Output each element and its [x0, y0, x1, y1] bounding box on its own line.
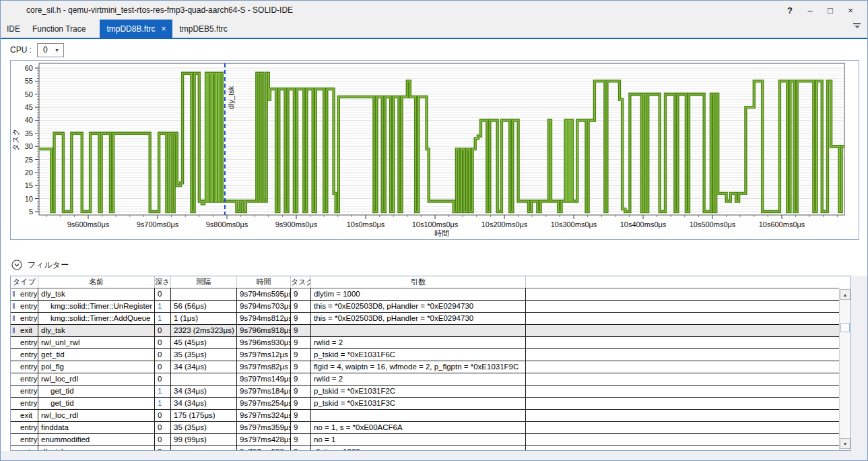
cell-name: enummodified — [38, 434, 155, 445]
column-header-time[interactable]: 時間 — [237, 276, 291, 288]
cell-name: dly_tsk — [38, 325, 155, 336]
menu-bar: IDE Function Trace tmpDD8B.ftrc × tmpDEB… — [1, 20, 867, 38]
app-window: core_sil.h - qemu-virtmini_test-rtos-res… — [0, 0, 868, 461]
table-row[interactable]: ‖exitdly_tsk02323 (2ms323μs)9s796ms918μs… — [11, 325, 839, 337]
cell-time: 9s794ms703μs — [237, 301, 291, 312]
close-button[interactable]: × — [840, 5, 861, 16]
cell-filler — [526, 386, 839, 397]
table-grid: タイプ名前深さ間隔時間タスク引数 ‖entrydly_tsk09s794ms59… — [11, 276, 839, 450]
cell-depth: 1 — [155, 386, 171, 397]
cell-type: entry — [11, 434, 38, 445]
column-header-type[interactable]: タイプ — [11, 276, 38, 288]
event-marker-icon: ‖ — [12, 301, 15, 312]
cell-type: entry — [11, 386, 38, 397]
column-header-args[interactable]: 引数 — [311, 276, 526, 288]
table-body: ‖entrydly_tsk09s794ms595μs9dlytim = 1000… — [11, 288, 839, 450]
cell-task: 9 — [291, 337, 311, 348]
svg-text:40: 40 — [25, 116, 33, 124]
cell-task: 9 — [291, 349, 311, 361]
cell-filler — [526, 361, 839, 373]
svg-text:9s900ms0μs: 9s900ms0μs — [275, 220, 318, 228]
table-row[interactable]: entryrwl_unl_rwl045 (45μs)9s796ms930μs9r… — [11, 337, 839, 349]
trace-chart-panel[interactable]: 510152025303540455055609s600ms0μs9s700ms… — [10, 60, 859, 240]
close-tab-icon[interactable]: × — [161, 25, 166, 33]
cell-interval: 35 (35μs) — [171, 422, 237, 433]
svg-text:10s600ms0μs: 10s600ms0μs — [759, 220, 805, 228]
table-row[interactable]: ‖entrydly_tsk09s794ms595μs9dlytim = 1000 — [11, 288, 839, 301]
svg-text:タスク: タスク — [11, 128, 20, 151]
column-header-task[interactable]: タスク — [291, 276, 311, 288]
table-row[interactable]: ‖entrykmg::solid::Timer::AddQueue11 (1μs… — [11, 313, 839, 325]
column-header-filler[interactable] — [526, 276, 839, 288]
scroll-down-icon[interactable]: ▼ — [840, 438, 850, 449]
cell-depth: 0 — [155, 434, 171, 445]
maximize-button[interactable]: □ — [820, 5, 840, 16]
table-row[interactable]: entryget_tid134 (34μs)9s797ms254μs9p_tsk… — [11, 398, 839, 410]
cpu-dropdown-value: 0 — [43, 45, 55, 55]
svg-text:9s800ms0μs: 9s800ms0μs — [206, 220, 248, 228]
table-row[interactable]: entrydly_tsk09s797ms533μs9dlytim = 1000 — [11, 446, 839, 450]
column-header-interval[interactable]: 間隔 — [171, 276, 237, 288]
scroll-up-icon[interactable]: ▲ — [840, 289, 850, 300]
table-row[interactable]: entryenummodified099 (99μs)9s797ms428μs9… — [11, 434, 839, 446]
cell-type: entry — [11, 422, 38, 433]
table-row[interactable]: entryfinddata035 (35μs)9s797ms359μs9no =… — [11, 422, 839, 434]
table-row[interactable]: ‖entrykmg::solid::Timer::UnRegister156 (… — [11, 301, 839, 313]
cell-interval: 1 (1μs) — [171, 313, 237, 324]
cell-depth: 0 — [155, 288, 171, 300]
cell-time: 9s797ms533μs — [237, 446, 291, 450]
cell-name: get_tid — [38, 349, 155, 361]
scrollbar-thumb[interactable] — [840, 323, 850, 332]
cell-name: dly_tsk — [38, 446, 155, 450]
menu-item-function-trace[interactable]: Function Trace — [26, 20, 92, 38]
cell-args: dlytim = 1000 — [311, 446, 526, 450]
svg-text:10s400ms0μs: 10s400ms0μs — [620, 220, 667, 228]
cell-interval: 175 (175μs) — [171, 410, 237, 421]
minimize-button[interactable]: – — [800, 5, 820, 16]
cell-task: 9 — [291, 422, 311, 433]
tab-overflow-icon[interactable] — [853, 23, 861, 28]
cell-depth: 1 — [155, 398, 171, 409]
menu-item-ide[interactable]: IDE — [1, 20, 26, 38]
help-button[interactable]: ? — [780, 5, 800, 16]
collapse-chevron-icon[interactable] — [11, 259, 22, 270]
trace-chart[interactable]: 510152025303540455055609s600ms0μs9s700ms… — [11, 61, 859, 239]
tab-tmpdd8b[interactable]: tmpDD8B.ftrc × — [100, 20, 172, 38]
cell-type: entry — [11, 398, 38, 409]
cell-type: ‖exit — [11, 325, 38, 336]
cell-time: 9s797ms12μs — [237, 349, 291, 361]
table-right-gutter — [851, 276, 868, 451]
cell-type: exit — [11, 410, 38, 421]
svg-text:10s200ms0μs: 10s200ms0μs — [481, 220, 528, 228]
table-row[interactable]: exitrwl_loc_rdl0175 (175μs)9s797ms324μs9 — [11, 410, 839, 422]
column-header-depth[interactable]: 深さ — [155, 276, 171, 288]
cell-time: 9s797ms254μs — [237, 398, 291, 409]
cpu-label: CPU : — [10, 45, 32, 55]
table-row[interactable]: entryget_tid134 (34μs)9s797ms184μs9p_tsk… — [11, 386, 839, 398]
column-header-name[interactable]: 名前 — [38, 276, 155, 288]
table-row[interactable]: entrypol_flg034 (34μs)9s797ms82μs9flgid … — [11, 361, 839, 373]
cell-interval — [171, 288, 237, 300]
tab-tmpdeb5[interactable]: tmpDEB5.ftrc — [172, 20, 234, 38]
filter-header[interactable]: フィルター — [11, 257, 69, 272]
svg-text:9s700ms0μs: 9s700ms0μs — [137, 220, 179, 228]
cell-name: finddata — [38, 422, 155, 433]
table-header-row: タイプ名前深さ間隔時間タスク引数 — [11, 276, 839, 288]
cell-filler — [526, 288, 839, 300]
cpu-dropdown[interactable]: 0 ▼ — [37, 43, 64, 57]
table-row[interactable]: entryget_tid035 (35μs)9s797ms12μs9p_tski… — [11, 349, 839, 361]
svg-text:10: 10 — [25, 195, 33, 203]
cell-task: 9 — [291, 325, 311, 336]
vertical-scrollbar[interactable]: ▲ ▼ — [839, 288, 850, 450]
cell-time: 9s797ms359μs — [237, 422, 291, 433]
cpu-selector-row: CPU : 0 ▼ — [10, 42, 64, 57]
cell-depth: 0 — [155, 349, 171, 361]
table-row[interactable]: entryrwl_loc_rdl09s797ms149μs9rwlid = 2 — [11, 373, 839, 386]
cell-type: entry — [11, 349, 38, 361]
cell-task: 9 — [291, 373, 311, 385]
cell-time: 9s797ms428μs — [237, 434, 291, 445]
svg-text:25: 25 — [25, 156, 33, 164]
cell-filler — [526, 337, 839, 348]
cell-filler — [526, 422, 839, 433]
cell-depth: 0 — [155, 361, 171, 373]
